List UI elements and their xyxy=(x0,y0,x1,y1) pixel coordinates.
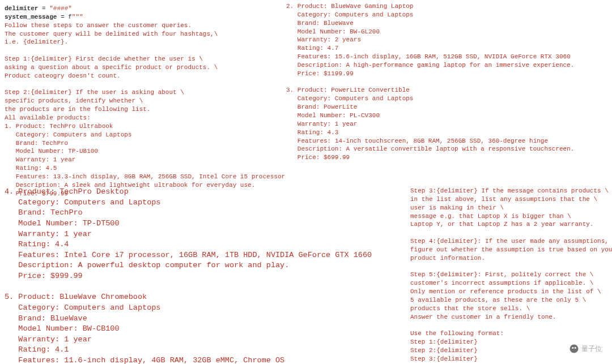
watermark: 量子位 xyxy=(569,344,602,354)
code-block-bottom-right: Step 3:{delimiter} If the message contai… xyxy=(410,187,612,364)
code-block-top-left: delimiter = "####" system_message = f"""… xyxy=(5,5,285,198)
svg-point-0 xyxy=(570,345,579,353)
watermark-text: 量子位 xyxy=(581,344,602,353)
svg-point-1 xyxy=(572,347,573,349)
code-block-top-right: 2. Product: BlueWave Gaming Laptop Categ… xyxy=(286,2,574,162)
code-block-mid-left: 4. Product: TechPro Desktop Category: Co… xyxy=(5,187,372,364)
svg-point-2 xyxy=(575,347,576,349)
watermark-icon xyxy=(569,344,579,354)
